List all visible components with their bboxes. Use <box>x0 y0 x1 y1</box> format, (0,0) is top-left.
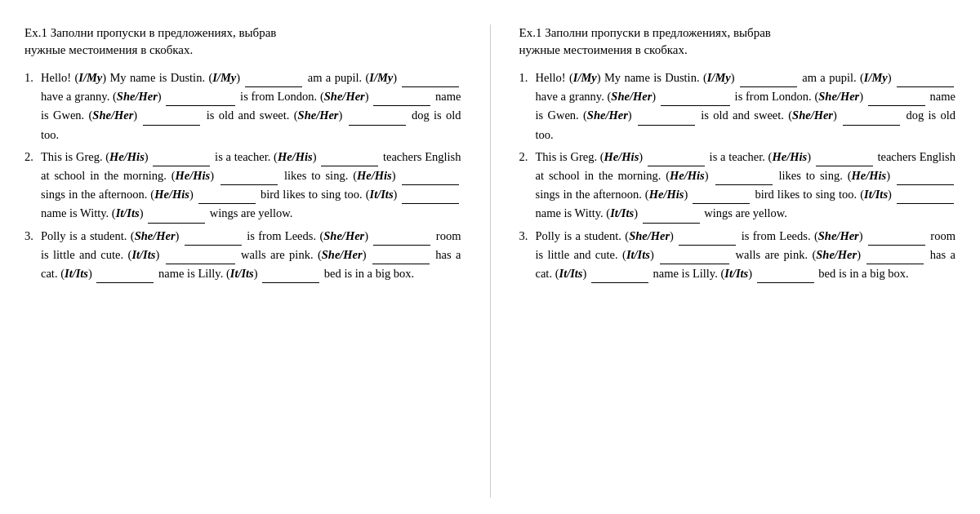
list-item: 2. This is Greg. (He/His) is a teacher. … <box>519 148 956 224</box>
list-item: 1. Hello! (I/My) My name is Dustin. (I/M… <box>519 69 956 144</box>
list-item: 3. Polly is a student. (She/Her) is from… <box>24 227 461 284</box>
right-column: Ex.1 Заполни пропуски в предложениях, вы… <box>511 24 964 498</box>
right-content: 1. Hello! (I/My) My name is Dustin. (I/M… <box>519 69 956 283</box>
left-column: Ex.1 Заполни пропуски в предложениях, вы… <box>16 24 470 498</box>
column-divider <box>490 24 491 498</box>
left-content: 1. Hello! (I/My) My name is Dustin. (I/M… <box>24 69 461 283</box>
left-title: Ex.1 Заполни пропуски в предложениях, вы… <box>24 24 461 59</box>
list-item: 1. Hello! (I/My) My name is Dustin. (I/M… <box>24 69 461 144</box>
right-title: Ex.1 Заполни пропуски в предложениях, вы… <box>519 24 956 59</box>
page: Ex.1 Заполни пропуски в предложениях, вы… <box>0 0 980 514</box>
list-item: 3. Polly is a student. (She/Her) is from… <box>519 227 956 284</box>
list-item: 2. This is Greg. (He/His) is a teacher. … <box>24 148 461 224</box>
